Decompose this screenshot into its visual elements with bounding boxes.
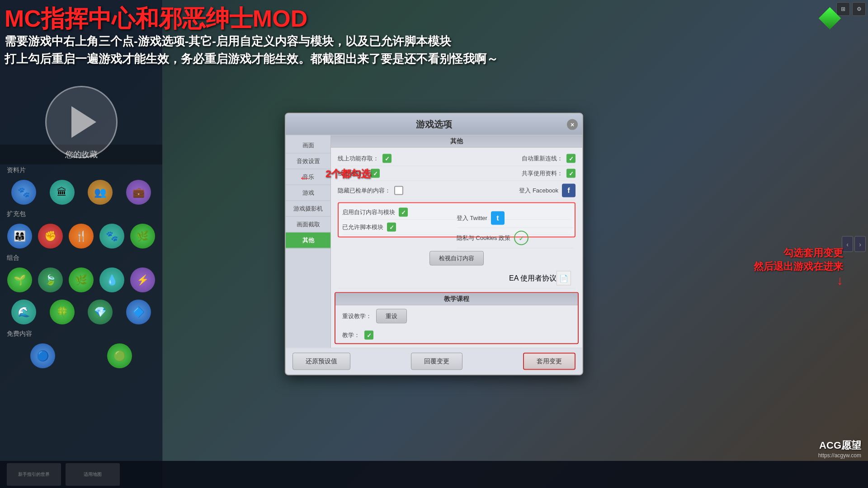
revert-changes-button[interactable]: 回覆变更: [411, 353, 462, 370]
checkbox-online-access[interactable]: ✓: [382, 154, 392, 163]
checkbox-enable-custom[interactable]: ✓: [399, 208, 408, 217]
section-header-teaching: 教学课程: [335, 293, 578, 305]
checkbox-allow-scripts[interactable]: ✓: [387, 223, 396, 232]
arrow-to-apply: ↓: [754, 273, 843, 288]
label-login-twitter: 登入 Twitter: [457, 214, 487, 222]
nav-item-sound[interactable]: 音效设置: [286, 154, 330, 169]
label-teaching: 教学：: [342, 331, 360, 339]
label-online-access: 线上功能存取：: [338, 155, 379, 163]
sims-logo: [818, 7, 841, 29]
nav-item-game[interactable]: 游戏: [286, 185, 330, 201]
options-row-1: 线上功能存取： ✓ 自动重新连线： ✓: [338, 151, 576, 166]
checkbox-hide-checked[interactable]: [394, 186, 403, 195]
ea-agreement-icon[interactable]: 📄: [557, 271, 571, 286]
modal-title: 游戏选项: [416, 119, 452, 129]
annotation-apply: 勾选套用变更 然后退出游戏在进来 ↓: [754, 246, 843, 288]
row4-left: 启用自订内容与模块 ✓: [342, 208, 408, 217]
watermark: ACG愿望 https://acgyw.com: [818, 439, 861, 459]
row3-left: 隐藏已检单的内容：: [338, 186, 403, 195]
checkbox-online-notify[interactable]: ✓: [371, 169, 380, 178]
checkbox-teaching[interactable]: ✓: [364, 331, 373, 340]
game-options-modal: 游戏选项 × 画面 音效设置 音乐 游戏 游戏摄影机 画面截取 其他 其他: [285, 113, 583, 375]
row5-left: 已允许脚本模块 ✓: [342, 223, 396, 232]
row3-right: 登入 Facebook f: [519, 184, 576, 197]
checkbox-share-data[interactable]: ✓: [566, 169, 576, 178]
annotation-apply-line1: 勾选套用变更: [754, 246, 843, 260]
checkbox-auto-reconnect[interactable]: ✓: [566, 154, 576, 163]
watermark-url: https://acgyw.com: [818, 452, 861, 459]
reset-defaults-button[interactable]: 还原预设值: [292, 353, 350, 370]
modal-nav: 画面 音效设置 音乐 游戏 游戏摄影机 画面截取 其他: [286, 136, 331, 348]
label-share-data: 共享使用资料：: [522, 169, 563, 178]
annotation-check-both-text: 2个都勾选: [326, 168, 371, 179]
annotation-title: MC指挥中心和邪恶绅士MOD: [5, 5, 498, 33]
section-header-other: 其他: [331, 136, 582, 148]
privacy-row-right: 隐私与 Cookies 政策 ✓: [457, 231, 528, 245]
twitter-row: 登入 Twitter t: [457, 209, 573, 228]
settings-icon[interactable]: ⚙: [852, 2, 866, 16]
reset-teaching-button[interactable]: 重设: [376, 309, 407, 324]
facebook-login-icon[interactable]: f: [562, 184, 576, 197]
annotation-apply-line2: 然后退出游戏在进来: [754, 260, 843, 273]
nav-item-display[interactable]: 画面: [286, 138, 330, 154]
ea-agreement-row: EA 使用者协议 📄: [338, 268, 576, 289]
row1-left: 线上功能存取： ✓: [338, 154, 392, 163]
modal-close-button[interactable]: ×: [567, 119, 578, 130]
label-auto-reconnect: 自动重新连线：: [522, 155, 563, 163]
apply-changes-button[interactable]: 套用变更: [523, 353, 576, 370]
nav-item-other[interactable]: 其他: [286, 233, 330, 249]
arrow-to-checkboxes: ←: [298, 171, 311, 185]
label-privacy: 隐私与 Cookies 政策: [457, 234, 510, 242]
watermark-name: ACG愿望: [818, 439, 861, 452]
nav-item-camera[interactable]: 游戏摄影机: [286, 201, 330, 217]
twitter-row-right: 登入 Twitter t: [457, 211, 505, 225]
label-reset-teaching: 重设教学：: [342, 312, 372, 320]
options-row-2: 线上通知： ✓ 共享使用资料： ✓: [338, 166, 576, 181]
privacy-icon[interactable]: ✓: [514, 231, 528, 245]
verify-custom-button[interactable]: 检视自订内容: [429, 251, 484, 266]
teaching-section-wrapper: 教学课程 重设教学： 重设 教学： ✓: [335, 292, 579, 344]
twitter-login-icon[interactable]: t: [491, 211, 505, 225]
annotation-check-both: 2个都勾选: [326, 167, 371, 181]
label-allow-scripts: 已允许脚本模块: [342, 223, 383, 231]
label-hide-checked: 隐藏已检单的内容：: [338, 187, 391, 195]
nav-item-screenshot[interactable]: 画面截取: [286, 217, 330, 233]
annotation-subtitle-1: 需要游戏中右上角三个点-游戏选项-其它-启用自定义内容与模块，以及已允许脚本模块: [5, 33, 498, 50]
label-enable-custom: 启用自订内容与模块: [342, 208, 395, 216]
label-login-facebook: 登入 Facebook: [519, 187, 558, 195]
teaching-row-reset: 重设教学： 重设: [335, 305, 578, 327]
modal-header: 游戏选项 ×: [286, 114, 582, 136]
top-annotation: MC指挥中心和邪恶绅士MOD 需要游戏中右上角三个点-游戏选项-其它-启用自定义…: [5, 5, 498, 68]
label-ea-agreement: EA 使用者协议: [509, 273, 557, 283]
privacy-row: 隐私与 Cookies 政策 ✓: [457, 228, 573, 249]
options-row-3: 隐藏已检单的内容： 登入 Facebook f: [338, 181, 576, 201]
modal-backdrop: 游戏选项 × 画面 音效设置 音乐 游戏 游戏摄影机 画面截取 其他 其他: [0, 0, 868, 488]
row2-right: 共享使用资料： ✓: [522, 169, 576, 178]
teaching-row-enable: 教学： ✓: [335, 327, 578, 343]
annotation-subtitle-2: 打上勾后重启一遍游戏才能生效，务必重启游戏才能生效。都截图出来了要是还不看别怪我…: [5, 50, 498, 68]
right-social-area: 登入 Twitter t 隐私与 Cookies 政策 ✓: [457, 209, 576, 249]
row1-right: 自动重新连线： ✓: [522, 154, 576, 163]
modal-footer: 还原预设值 回覆变更 套用变更: [286, 348, 582, 375]
